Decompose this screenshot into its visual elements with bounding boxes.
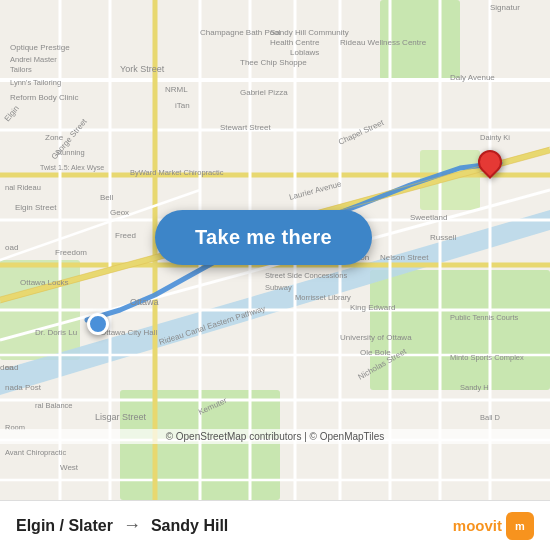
moovit-text: moovit <box>453 517 502 534</box>
map-container: York Street George Street Elgin Elgin St… <box>0 0 550 500</box>
svg-text:Loblaws: Loblaws <box>290 48 319 57</box>
svg-text:ral Balance: ral Balance <box>35 401 73 410</box>
end-marker <box>478 150 502 182</box>
svg-text:Lynn's Tailoring: Lynn's Tailoring <box>10 78 61 87</box>
svg-text:Public Tennis Courts: Public Tennis Courts <box>450 313 518 322</box>
map-attribution: © OpenStreetMap contributors | © OpenMap… <box>0 429 550 444</box>
svg-text:Stunning: Stunning <box>55 148 85 157</box>
svg-text:Dr. Doris Lu: Dr. Doris Lu <box>35 328 77 337</box>
svg-text:iTan: iTan <box>175 101 190 110</box>
svg-rect-1 <box>370 270 550 390</box>
svg-text:Minto Sports Complex: Minto Sports Complex <box>450 353 524 362</box>
moovit-icon: m <box>506 512 534 540</box>
svg-text:nada Post: nada Post <box>5 383 42 392</box>
svg-text:Subway: Subway <box>265 283 292 292</box>
svg-text:Ottawa: Ottawa <box>130 297 159 307</box>
svg-text:oad: oad <box>5 363 18 372</box>
svg-text:University of Ottawa: University of Ottawa <box>340 333 412 342</box>
svg-text:Geox: Geox <box>110 208 129 217</box>
bottom-bar: Elgin / Slater → Sandy Hill moovit m <box>0 500 550 550</box>
svg-text:Twist 1.5: Alex Wyse: Twist 1.5: Alex Wyse <box>40 164 104 172</box>
svg-text:Ole Bole: Ole Bole <box>360 348 391 357</box>
svg-text:Street Side Concessions: Street Side Concessions <box>265 271 347 280</box>
svg-text:Rideau Wellness Centre: Rideau Wellness Centre <box>340 38 427 47</box>
cta-button-wrapper: Take me there <box>155 210 372 265</box>
svg-text:Reform Body Clinic: Reform Body Clinic <box>10 93 78 102</box>
route-arrow: → <box>123 515 141 536</box>
route-from: Elgin / Slater <box>16 517 113 535</box>
svg-text:York Street: York Street <box>120 64 165 74</box>
svg-text:West: West <box>60 463 79 472</box>
svg-text:Andrei Master: Andrei Master <box>10 55 57 64</box>
svg-text:Champagne Bath Pool: Champagne Bath Pool <box>200 28 281 37</box>
route-to: Sandy Hill <box>151 517 228 535</box>
svg-text:Thee Chip Shoppe: Thee Chip Shoppe <box>240 58 307 67</box>
svg-text:Bell: Bell <box>100 193 114 202</box>
svg-text:Elgin Street: Elgin Street <box>15 203 57 212</box>
moovit-logo: moovit m <box>453 512 534 540</box>
start-marker <box>87 313 109 335</box>
svg-text:oad: oad <box>5 243 18 252</box>
svg-text:Freed: Freed <box>115 231 136 240</box>
svg-text:Ottawa Locks: Ottawa Locks <box>20 278 68 287</box>
svg-text:Morrisset Library: Morrisset Library <box>295 293 351 302</box>
svg-text:NRML: NRML <box>165 85 188 94</box>
svg-text:Daly Avenue: Daly Avenue <box>450 73 495 82</box>
svg-text:Ottawa City Hall: Ottawa City Hall <box>100 328 158 337</box>
svg-text:Sweetland: Sweetland <box>410 213 447 222</box>
svg-text:Ball D: Ball D <box>480 413 501 422</box>
svg-text:Sandy Hill Community: Sandy Hill Community <box>270 28 349 37</box>
svg-text:ByWard Market Chiropractic: ByWard Market Chiropractic <box>130 168 224 177</box>
svg-text:nal Rideau: nal Rideau <box>5 183 41 192</box>
svg-text:Gabriel Pizza: Gabriel Pizza <box>240 88 288 97</box>
svg-text:Zone: Zone <box>45 133 64 142</box>
svg-text:Health Centre: Health Centre <box>270 38 320 47</box>
svg-text:Dainty Ki: Dainty Ki <box>480 133 510 142</box>
svg-text:Tailors: Tailors <box>10 65 32 74</box>
svg-text:Stewart Street: Stewart Street <box>220 123 271 132</box>
svg-text:Freedom: Freedom <box>55 248 87 257</box>
svg-text:Sandy H: Sandy H <box>460 383 489 392</box>
svg-text:Nelson Street: Nelson Street <box>380 253 429 262</box>
svg-text:King Edward: King Edward <box>350 303 395 312</box>
svg-text:Lisgar Street: Lisgar Street <box>95 412 147 422</box>
svg-text:Signatur: Signatur <box>490 3 520 12</box>
svg-text:Avant Chiropractic: Avant Chiropractic <box>5 448 66 457</box>
svg-text:Russell: Russell <box>430 233 456 242</box>
svg-text:Optique Prestige: Optique Prestige <box>10 43 70 52</box>
take-me-there-button[interactable]: Take me there <box>155 210 372 265</box>
